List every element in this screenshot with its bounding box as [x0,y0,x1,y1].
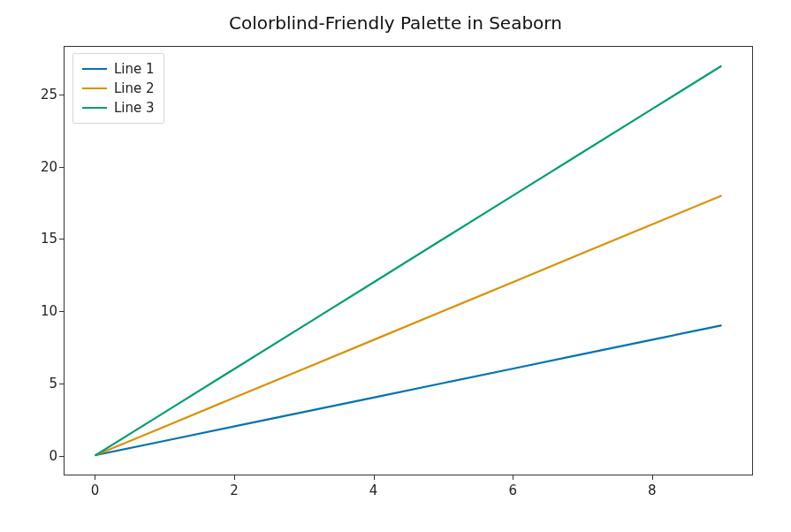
y-tick-mark [59,95,64,95]
legend: Line 1 Line 2 Line 3 [72,53,164,124]
x-tick-label: 2 [230,483,239,498]
series-line-2 [95,196,720,455]
legend-label: Line 1 [114,61,155,77]
x-tick-mark [95,475,95,480]
legend-item-1: Line 1 [82,59,155,79]
lines-layer [65,47,752,475]
y-tick-mark [59,311,64,312]
y-tick-mark [59,239,64,239]
x-tick-mark [652,475,653,480]
x-tick-label: 6 [508,483,517,498]
y-tick-label: 0 [13,448,57,464]
chart-figure: Colorblind-Friendly Palette in Seaborn 0… [0,0,791,532]
series-line-1 [95,325,720,455]
y-tick-label: 10 [13,303,57,319]
x-tick-label: 8 [648,483,657,498]
legend-swatch-1 [82,68,107,70]
legend-item-2: Line 2 [82,79,155,98]
legend-item-3: Line 3 [82,98,155,118]
y-tick-label: 25 [13,87,57,103]
series-line-3 [95,66,720,455]
x-tick-label: 0 [91,483,100,498]
plot-area [64,46,753,475]
y-tick-label: 20 [13,159,57,175]
x-tick-mark [234,475,235,480]
legend-label: Line 2 [114,80,155,96]
chart-title: Colorblind-Friendly Palette in Seaborn [0,12,791,34]
y-tick-label: 15 [13,231,57,247]
legend-swatch-3 [82,107,107,109]
y-tick-label: 5 [13,376,57,391]
legend-swatch-2 [82,87,107,89]
y-tick-mark [59,167,64,168]
legend-label: Line 3 [114,100,155,116]
y-tick-mark [59,384,64,384]
x-tick-label: 4 [369,483,378,498]
y-tick-mark [59,456,64,457]
x-tick-mark [513,475,513,480]
x-tick-mark [374,475,375,480]
